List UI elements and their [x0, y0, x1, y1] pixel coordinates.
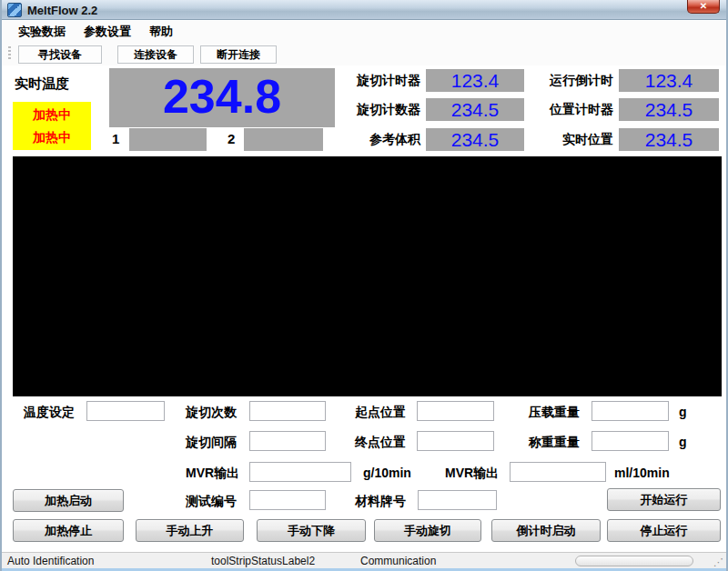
window-title: MeltFlow 2.2: [27, 4, 97, 17]
chart-display-panel: [13, 156, 722, 396]
channel-2-label: 2: [228, 131, 235, 146]
temp-set-input[interactable]: [86, 401, 165, 421]
heating-status-box: 加热中 加热中: [13, 102, 91, 150]
cut-timer-label: 旋切计时器: [348, 73, 420, 89]
cut-count-label: 旋切次数: [186, 405, 237, 421]
material-input[interactable]: [418, 490, 497, 510]
cut-count-input[interactable]: [249, 401, 326, 421]
toolbar-grip-icon: [8, 46, 11, 61]
status-communication: Communication: [360, 555, 436, 567]
ref-volume-label: 参考体积: [348, 132, 420, 148]
material-label: 材料牌号: [355, 494, 406, 510]
manual-down-button[interactable]: 手动下降: [257, 519, 366, 542]
ref-volume-value: 234.5: [426, 128, 524, 151]
meltflow-window: MeltFlow 2.2 ✕ 实验数据 参数设置 帮助 寻找设备 连接设备 断开…: [0, 0, 728, 571]
end-pos-input[interactable]: [417, 431, 494, 451]
channel-2-display: [244, 128, 323, 151]
mvr-g-label: MVR输出: [186, 466, 239, 482]
end-pos-label: 终点位置: [355, 435, 406, 451]
run-stop-button[interactable]: 停止运行: [607, 519, 721, 542]
toolbar: 寻找设备 连接设备 断开连接: [2, 42, 726, 65]
countdown-start-button[interactable]: 倒计时启动: [491, 519, 601, 542]
weigh-weight-label: 称重重量: [529, 435, 580, 451]
mvr-g-unit: g/10min: [363, 466, 411, 480]
cut-interval-input[interactable]: [249, 431, 326, 451]
manual-cut-button[interactable]: 手动旋切: [374, 519, 481, 542]
load-weight-input[interactable]: [592, 401, 669, 421]
disconnect-button[interactable]: 断开连接: [200, 45, 277, 64]
resize-grip-icon[interactable]: ⋰: [713, 556, 723, 568]
test-no-label: 测试编号: [186, 494, 237, 510]
mvr-ml-input[interactable]: [510, 462, 606, 482]
run-countdown-value: 123.4: [619, 69, 719, 92]
menu-item-parameter-settings[interactable]: 参数设置: [75, 21, 140, 43]
menu-bar: 实验数据 参数设置 帮助: [2, 21, 726, 42]
weigh-weight-unit: g: [679, 435, 687, 449]
status-bar: Auto Identification toolStripStatusLabel…: [2, 552, 726, 568]
realtime-temperature-label: 实时温度: [15, 75, 69, 93]
find-device-button[interactable]: 寻找设备: [18, 45, 102, 64]
heat-stop-button[interactable]: 加热停止: [13, 519, 124, 542]
menu-item-help[interactable]: 帮助: [140, 21, 182, 43]
run-start-button[interactable]: 开始运行: [607, 488, 721, 511]
heating-status-line: 加热中: [33, 126, 71, 149]
start-pos-input[interactable]: [417, 401, 494, 421]
start-pos-label: 起点位置: [355, 405, 406, 421]
app-icon: [7, 3, 22, 17]
cut-counter-value: 234.5: [426, 98, 524, 121]
position-timer-label: 位置计时器: [533, 102, 613, 118]
close-button[interactable]: ✕: [687, 0, 720, 14]
channel-1-display: [129, 128, 207, 151]
load-weight-unit: g: [679, 405, 687, 419]
weigh-weight-input[interactable]: [592, 431, 669, 451]
mvr-ml-label: MVR输出: [445, 466, 499, 482]
connect-device-button[interactable]: 连接设备: [117, 45, 194, 64]
heating-status-line: 加热中: [33, 104, 71, 126]
mvr-ml-unit: ml/10min: [614, 466, 670, 480]
realtime-position-value: 234.5: [619, 128, 719, 151]
manual-up-button[interactable]: 手动上升: [136, 519, 244, 542]
title-bar[interactable]: MeltFlow 2.2 ✕: [2, 0, 726, 20]
status-auto-identification: Auto Identification: [7, 555, 94, 567]
mvr-g-input[interactable]: [249, 462, 351, 482]
close-icon: ✕: [700, 1, 707, 11]
menu-item-experiment-data[interactable]: 实验数据: [9, 21, 75, 43]
realtime-position-label: 实时位置: [533, 132, 613, 148]
temp-set-label: 温度设定: [24, 405, 75, 421]
temperature-display: 234.8: [109, 68, 335, 127]
cut-interval-label: 旋切间隔: [186, 435, 237, 451]
heat-start-button[interactable]: 加热启动: [13, 489, 124, 512]
position-timer-value: 234.5: [619, 98, 719, 121]
channel-1-label: 1: [112, 131, 119, 146]
cut-timer-value: 123.4: [426, 69, 524, 92]
status-progressbar: [575, 556, 693, 566]
run-countdown-label: 运行倒计时: [533, 73, 613, 89]
test-no-input[interactable]: [249, 490, 326, 510]
status-label2: toolStripStatusLabel2: [211, 555, 315, 567]
load-weight-label: 压载重量: [529, 405, 580, 421]
cut-counter-label: 旋切计数器: [348, 102, 420, 118]
